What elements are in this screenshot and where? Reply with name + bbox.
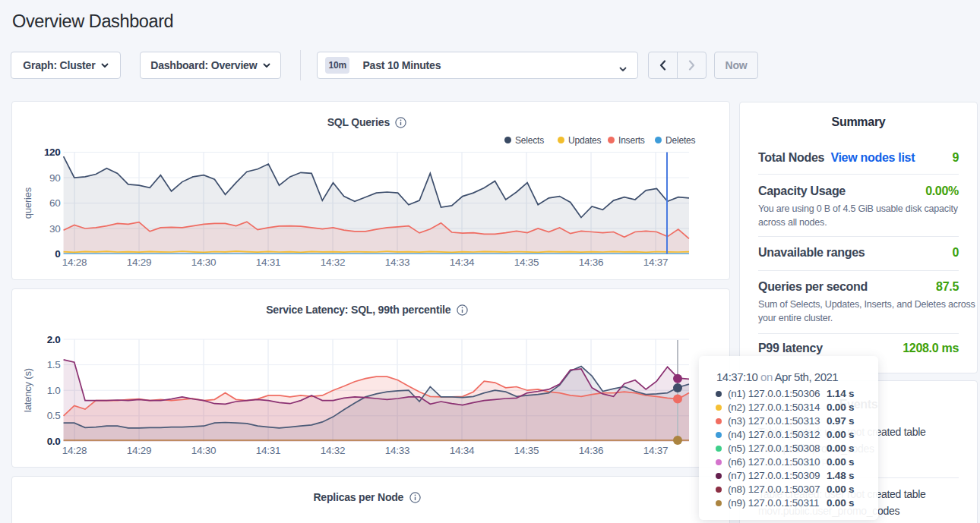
svg-text:0.5: 0.5 xyxy=(47,410,61,421)
svg-text:14:34: 14:34 xyxy=(450,445,475,456)
svg-text:0.0: 0.0 xyxy=(47,436,61,447)
svg-text:60: 60 xyxy=(49,197,60,209)
svg-text:1.0: 1.0 xyxy=(47,385,61,396)
svg-text:14:32: 14:32 xyxy=(321,445,345,456)
svg-text:14:31: 14:31 xyxy=(256,257,280,268)
svg-text:queries: queries xyxy=(22,187,33,219)
svg-text:1.5: 1.5 xyxy=(47,359,61,370)
svg-text:14:34: 14:34 xyxy=(450,257,475,268)
svg-text:120: 120 xyxy=(44,147,61,158)
svg-text:30: 30 xyxy=(49,223,60,235)
svg-text:0: 0 xyxy=(55,248,60,260)
svg-text:2.0: 2.0 xyxy=(47,334,61,345)
svg-text:14:32: 14:32 xyxy=(321,257,345,268)
svg-text:14:36: 14:36 xyxy=(579,445,603,456)
svg-text:14:36: 14:36 xyxy=(579,257,603,268)
svg-text:14:33: 14:33 xyxy=(385,257,409,268)
svg-text:14:29: 14:29 xyxy=(127,445,151,456)
svg-text:14:28: 14:28 xyxy=(62,257,87,268)
svg-text:14:35: 14:35 xyxy=(514,257,539,268)
svg-text:14:29: 14:29 xyxy=(127,257,151,268)
svg-text:14:37: 14:37 xyxy=(643,445,668,456)
svg-text:14:37: 14:37 xyxy=(643,257,668,268)
svg-text:14:33: 14:33 xyxy=(385,445,409,456)
svg-text:90: 90 xyxy=(49,172,60,184)
svg-text:latency (s): latency (s) xyxy=(22,368,33,412)
svg-text:14:30: 14:30 xyxy=(191,445,216,456)
svg-text:14:31: 14:31 xyxy=(256,445,280,456)
svg-text:14:35: 14:35 xyxy=(514,445,539,456)
svg-text:14:28: 14:28 xyxy=(62,445,87,456)
svg-text:14:30: 14:30 xyxy=(191,257,216,268)
